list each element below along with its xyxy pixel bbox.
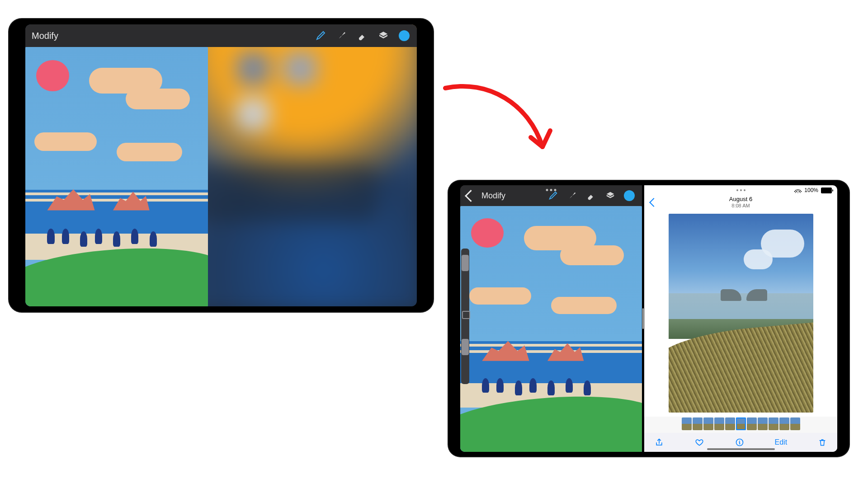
photo-time: 8:08 AM [731, 203, 750, 209]
procreate-toolbar: Modify [460, 185, 642, 206]
ipad-device-left: Modify [9, 19, 433, 312]
canvas-artwork[interactable] [460, 206, 642, 452]
canvas-artwork[interactable] [25, 47, 208, 306]
color-swatch[interactable] [398, 29, 410, 42]
smudge-icon[interactable] [335, 29, 348, 42]
wifi-icon [794, 188, 802, 193]
photo-date-title: August 6 8:08 AM [729, 196, 752, 209]
heart-icon[interactable] [694, 437, 704, 447]
modify-button[interactable]: Modify [32, 31, 58, 41]
info-icon[interactable] [735, 437, 745, 447]
reference-photo[interactable] [669, 214, 813, 413]
photo-viewer[interactable] [644, 210, 837, 417]
color-swatch[interactable] [623, 189, 636, 202]
transition-arrow [439, 77, 565, 167]
home-indicator[interactable] [707, 448, 775, 450]
modify-square-icon[interactable] [462, 311, 470, 319]
layers-icon[interactable] [604, 189, 617, 202]
multitask-dots-icon[interactable] [546, 189, 557, 191]
edit-button[interactable]: Edit [775, 438, 788, 446]
share-icon[interactable] [654, 437, 664, 447]
ipad-device-right: Modify [448, 181, 849, 456]
multitask-dots-icon[interactable] [736, 189, 745, 191]
screen: Modify [25, 24, 417, 306]
smudge-icon[interactable] [566, 189, 579, 202]
battery-percent: 100% [804, 187, 818, 193]
split-view-left-app: Modify [460, 185, 642, 452]
brush-icon[interactable] [547, 189, 560, 202]
device-bezel: Modify [25, 24, 417, 306]
modify-button[interactable]: Modify [481, 191, 505, 201]
eraser-icon[interactable] [356, 29, 369, 42]
split-view-right-app: 100% August 6 8:08 AM [644, 185, 837, 452]
brush-icon[interactable] [315, 29, 327, 42]
photos-nav-bar: August 6 8:08 AM [644, 195, 837, 210]
layers-icon[interactable] [377, 29, 390, 42]
eraser-icon[interactable] [585, 189, 598, 202]
status-bar: 100% [644, 185, 837, 195]
trash-icon[interactable] [817, 437, 827, 447]
selected-thumbnail[interactable] [736, 418, 746, 430]
battery-icon [821, 188, 832, 193]
back-icon[interactable] [465, 190, 477, 202]
procreate-toolbar: Modify [25, 24, 417, 47]
device-bezel: Modify [460, 185, 837, 452]
screen: Modify [460, 185, 837, 452]
brush-size-opacity-sliders[interactable] [461, 249, 469, 384]
photo-date: August 6 [729, 196, 752, 203]
photo-thumbnail-strip[interactable] [644, 417, 837, 433]
back-icon[interactable] [649, 198, 658, 207]
